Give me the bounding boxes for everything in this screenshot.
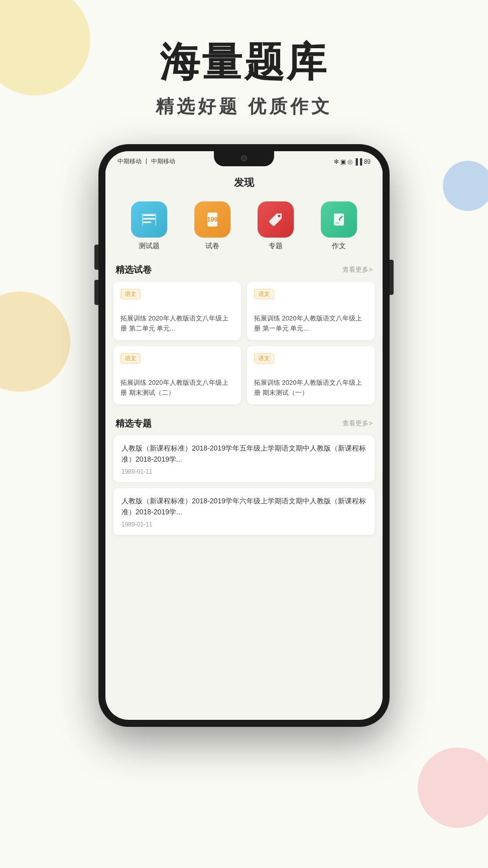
category-item-topic[interactable]: 专题 (258, 201, 294, 251)
svg-rect-0 (143, 214, 155, 216)
notch (214, 151, 274, 166)
wifi-icon: ◎ (347, 158, 352, 165)
paper-icon: 199 (202, 209, 222, 230)
battery-icon: 89 (364, 158, 371, 165)
svg-rect-4 (142, 213, 143, 226)
exam-card-3[interactable]: 语文 拓展训练 2020年人教版语文八年级上册 期末测试（一） (247, 346, 375, 404)
exam-card-1-text: 拓展训练 2020年人教版语文八年级上册 第一单元 单元... (254, 313, 368, 333)
exam-card-grid: 语文 拓展训练 2020年人教版语文八年级上册 第二单元 单元... 语文 拓展… (105, 282, 383, 410)
phone-frame: 中期移动 | 中期移动 1 ✻ ▣ ◎ ▐▐ 89 (98, 144, 390, 727)
category-item-test[interactable]: 测试题 (131, 201, 167, 251)
exam-card-1-tag: 语文 (254, 289, 274, 299)
bluetooth-icon: ✻ (334, 158, 339, 165)
exam-card-3-text: 拓展训练 2020年人教版语文八年级上册 期末测试（一） (254, 378, 368, 397)
status-icons: ✻ ▣ ◎ ▐▐ 89 (334, 158, 371, 165)
carrier-separator: | (146, 157, 147, 166)
category-label-topic: 专题 (269, 242, 283, 251)
topic-date-0: 1989-01-11 (121, 468, 367, 475)
svg-point-8 (278, 215, 281, 218)
exam-card-2-tag: 语文 (120, 353, 141, 364)
svg-rect-2 (143, 222, 151, 223)
topics-section-title: 精选专题 (115, 417, 152, 429)
exam-section-more[interactable]: 查看更多> (342, 265, 373, 274)
topics-section-header: 精选专题 查看更多> (105, 414, 383, 436)
topic-item-0[interactable]: 人教版（新课程标准）2018-2019学年五年级上学期语文期中人教版（新课程标准… (113, 436, 375, 482)
topic-item-1[interactable]: 人教版（新课程标准）2018-2019学年六年级上学期语文期中人教版（新课程标准… (113, 488, 375, 535)
category-icon-test (131, 201, 167, 238)
exam-card-2-text: 拓展训练 2020年人教版语文八年级上册 期末测试（二） (120, 378, 234, 397)
exam-card-2[interactable]: 语文 拓展训练 2020年人教版语文八年级上册 期末测试（二） (113, 346, 241, 404)
category-item-exam[interactable]: 199 试卷 (194, 201, 230, 251)
list-icon (139, 209, 159, 230)
category-item-essay[interactable]: 作文 (321, 201, 357, 251)
topics-section-more[interactable]: 查看更多> (342, 419, 373, 428)
phone-screen: 中期移动 | 中期移动 1 ✻ ▣ ◎ ▐▐ 89 (105, 151, 383, 720)
bg-decoration-pink (418, 747, 488, 828)
svg-rect-3 (142, 213, 156, 214)
category-icon-essay (321, 201, 357, 238)
write-icon (329, 209, 349, 230)
category-icon-topic (258, 201, 294, 238)
category-section: 测试题 199 试卷 (105, 197, 383, 261)
hero-title: 海量题库 (0, 40, 488, 84)
category-label-exam: 试卷 (205, 242, 219, 251)
carrier-left: 中期移动 (117, 157, 142, 166)
app-content: 发现 (105, 170, 383, 535)
sim-icon: ▣ (340, 158, 346, 165)
svg-rect-10 (335, 223, 339, 224)
phone-wrapper: 中期移动 | 中期移动 1 ✻ ▣ ◎ ▐▐ 89 (0, 144, 488, 727)
volume-down-button (94, 280, 98, 305)
topic-date-1: 1989-01-11 (121, 521, 367, 528)
category-label-essay: 作文 (332, 242, 346, 251)
app-nav-title: 发现 (105, 170, 383, 197)
svg-rect-5 (155, 213, 156, 226)
power-button (390, 260, 394, 295)
topic-title-0: 人教版（新课程标准）2018-2019学年五年级上学期语文期中人教版（新课程标准… (121, 443, 367, 465)
hero-section: 海量题库 精选好题 优质作文 (0, 0, 488, 119)
carrier-right: 中期移动 (151, 157, 175, 166)
exam-section-title: 精选试卷 (115, 264, 152, 276)
exam-card-0[interactable]: 语文 拓展训练 2020年人教版语文八年级上册 第二单元 单元... (113, 282, 241, 340)
exam-card-1[interactable]: 语文 拓展训练 2020年人教版语文八年级上册 第一单元 单元... (247, 282, 375, 340)
exam-section-header: 精选试卷 查看更多> (105, 261, 383, 282)
camera (241, 155, 247, 161)
hero-subtitle: 精选好题 优质作文 (0, 94, 488, 119)
signal-icon: ▐▐ (354, 158, 362, 165)
exam-card-0-text: 拓展训练 2020年人教版语文八年级上册 第二单元 单元... (120, 313, 234, 333)
topics-section: 精选专题 查看更多> 人教版（新课程标准）2018-2019学年五年级上学期语文… (105, 410, 383, 535)
category-icon-exam: 199 (194, 201, 230, 238)
volume-up-button (94, 245, 98, 270)
topic-title-1: 人教版（新课程标准）2018-2019学年六年级上学期语文期中人教版（新课程标准… (121, 495, 367, 518)
exam-card-0-tag: 语文 (120, 289, 141, 299)
tag-icon (266, 209, 286, 230)
status-carrier: 中期移动 | 中期移动 (117, 157, 175, 166)
svg-rect-1 (143, 218, 155, 220)
exam-card-3-tag: 语文 (254, 353, 274, 364)
category-label-test: 测试题 (139, 242, 160, 251)
svg-text:199: 199 (207, 215, 218, 223)
